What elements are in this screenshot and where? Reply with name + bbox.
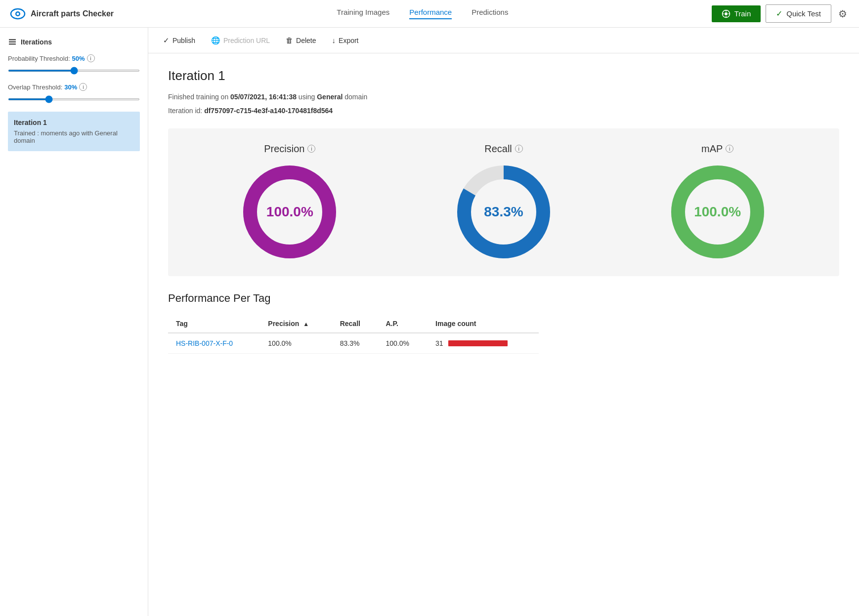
row-precision: 100.0% [260, 333, 332, 354]
layers-icon [8, 38, 17, 46]
probability-slider-container [8, 65, 140, 73]
settings-icon[interactable]: ⚙ [836, 6, 849, 22]
table-row: HS-RIB-007-X-F-0 100.0% 83.3% 100.0% 31 [168, 333, 539, 354]
train-icon [722, 9, 730, 18]
performance-table: Tag Precision ▲ Recall A.P. [168, 315, 539, 354]
sort-arrow-icon: ▲ [303, 321, 309, 328]
col-tag: Tag [168, 315, 260, 333]
svg-point-2 [17, 12, 19, 15]
probability-info-icon[interactable]: i [87, 54, 95, 62]
svg-rect-7 [9, 43, 16, 45]
export-button[interactable]: ↓ Export [332, 34, 359, 46]
delete-button[interactable]: 🗑 Delete [286, 34, 316, 46]
overlap-threshold-label: Overlap Threshold: 30% i [8, 83, 140, 91]
map-label: mAP i [701, 143, 733, 155]
globe-icon: 🌐 [211, 36, 220, 45]
page-content: Iteration 1 Finished training on 05/07/2… [148, 53, 859, 369]
iteration-meta-id: Iteration id: df757097-c715-4e3f-a140-17… [168, 105, 839, 116]
probability-slider[interactable] [8, 70, 140, 72]
publish-checkmark-icon: ✓ [163, 36, 170, 45]
performance-per-tag-heading: Performance Per Tag [168, 292, 839, 305]
precision-donut: 100.0% [240, 163, 339, 261]
recall-label: Recall i [484, 143, 523, 155]
recall-info-icon[interactable]: i [515, 145, 523, 153]
sidebar: Iterations Probability Threshold: 50% i … [0, 28, 148, 616]
overlap-info-icon[interactable]: i [79, 83, 87, 91]
iteration-item-desc: Trained : moments ago with General domai… [14, 129, 134, 144]
recall-card: Recall i 83.3% [454, 143, 553, 261]
map-info-icon[interactable]: i [726, 145, 733, 153]
precision-label: Precision i [264, 143, 315, 155]
overlap-slider-container [8, 94, 140, 102]
toolbar: ✓ Publish 🌐 Prediction URL 🗑 Delete ↓ Ex… [148, 28, 859, 53]
row-image-count: 31 [428, 333, 539, 354]
tag-link[interactable]: HS-RIB-007-X-F-0 [176, 339, 233, 347]
col-image-count: Image count [428, 315, 539, 333]
col-precision[interactable]: Precision ▲ [260, 315, 332, 333]
iteration-item-title: Iteration 1 [14, 119, 134, 126]
header: Aircraft parts Checker Training Images P… [0, 0, 859, 28]
main-nav: Training Images Performance Predictions [133, 8, 712, 19]
iteration-meta-training: Finished training on 05/07/2021, 16:41:3… [168, 91, 839, 102]
checkmark-icon: ✓ [776, 9, 782, 18]
map-donut: 100.0% [668, 163, 767, 261]
probability-threshold-section: Probability Threshold: 50% i [8, 54, 140, 73]
download-icon: ↓ [332, 36, 336, 44]
probability-threshold-label: Probability Threshold: 50% i [8, 54, 140, 62]
prediction-url-label: Prediction URL [223, 37, 270, 44]
publish-label: Publish [172, 37, 195, 44]
precision-info-icon[interactable]: i [307, 145, 315, 153]
col-recall: Recall [332, 315, 378, 333]
row-tag: HS-RIB-007-X-F-0 [168, 333, 260, 354]
prediction-url-button[interactable]: 🌐 Prediction URL [211, 34, 270, 47]
image-count-bar-container: 31 [435, 339, 531, 347]
nav-performance[interactable]: Performance [409, 8, 452, 19]
publish-button[interactable]: ✓ Publish [163, 34, 195, 47]
precision-value: 100.0% [266, 204, 313, 220]
metrics-section: Precision i 100.0% Recall [168, 128, 839, 276]
recall-value: 83.3% [484, 204, 523, 220]
precision-card: Precision i 100.0% [240, 143, 339, 261]
overlap-threshold-section: Overlap Threshold: 30% i [8, 83, 140, 102]
quick-test-button[interactable]: ✓ Quick Test [766, 4, 831, 23]
main-content: ✓ Publish 🌐 Prediction URL 🗑 Delete ↓ Ex… [148, 28, 859, 616]
row-ap: 100.0% [378, 333, 428, 354]
trash-icon: 🗑 [286, 36, 293, 44]
logo-icon [10, 6, 26, 22]
export-label: Export [339, 37, 358, 44]
image-count-bar [448, 340, 508, 346]
nav-training-images[interactable]: Training Images [337, 8, 389, 19]
overlap-slider[interactable] [8, 98, 140, 100]
image-count-value: 31 [435, 339, 443, 347]
main-layout: Iterations Probability Threshold: 50% i … [0, 28, 859, 616]
svg-rect-5 [9, 39, 16, 41]
row-recall: 83.3% [332, 333, 378, 354]
svg-point-4 [725, 12, 728, 15]
recall-donut: 83.3% [454, 163, 553, 261]
delete-label: Delete [296, 37, 316, 44]
header-actions: Train ✓ Quick Test ⚙ [712, 4, 849, 23]
nav-predictions[interactable]: Predictions [472, 8, 508, 19]
map-card: mAP i 100.0% [668, 143, 767, 261]
app-title: Aircraft parts Checker [31, 9, 114, 18]
col-ap: A.P. [378, 315, 428, 333]
sidebar-title: Iterations [8, 38, 140, 46]
train-button[interactable]: Train [712, 5, 761, 22]
iteration-1-item[interactable]: Iteration 1 Trained : moments ago with G… [8, 112, 140, 151]
logo-area: Aircraft parts Checker [10, 6, 114, 22]
svg-rect-6 [9, 41, 16, 43]
map-value: 100.0% [694, 204, 741, 220]
iteration-heading: Iteration 1 [168, 68, 839, 83]
